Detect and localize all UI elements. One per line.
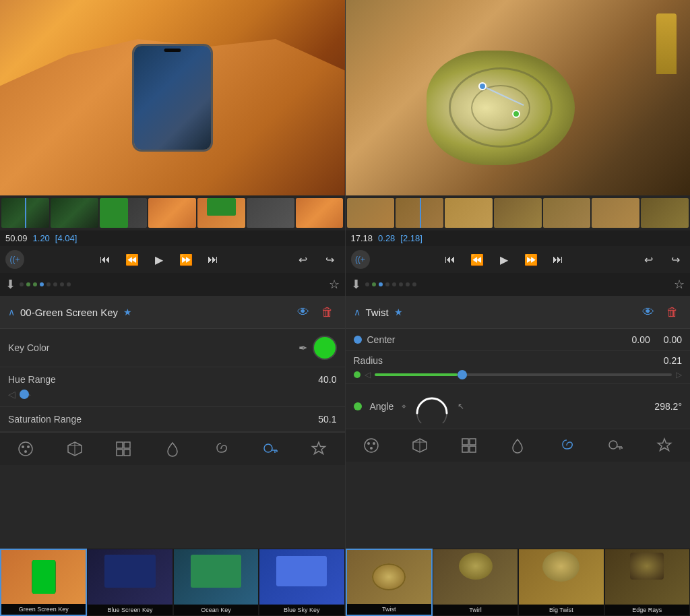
skip-back-button[interactable]: ⏮: [96, 250, 115, 269]
timeline-thumb[interactable]: [445, 198, 493, 228]
grid-tool-icon[interactable]: [113, 438, 134, 460]
left-timeline-strip[interactable]: [0, 195, 345, 230]
trash-icon[interactable]: 🗑: [318, 303, 337, 321]
cube-tool-icon[interactable]: [64, 438, 86, 460]
phone-thumb: [32, 560, 55, 594]
brass-object: [656, 13, 677, 74]
right-play-button[interactable]: ▶: [495, 250, 513, 269]
timeline-thumb[interactable]: [148, 198, 196, 228]
timeline-thumb[interactable]: [641, 198, 689, 228]
slider-left-arrow[interactable]: ◁: [8, 389, 15, 400]
svg-point-19: [373, 442, 375, 445]
preset-big-twist-thumb: [519, 549, 603, 605]
radius-right-arrow[interactable]: ▷: [676, 370, 682, 379]
key-tool-icon[interactable]: [259, 438, 281, 460]
radius-slider-thumb[interactable]: [458, 370, 467, 379]
svg-point-18: [367, 442, 370, 445]
preset-twist[interactable]: Twist: [346, 549, 433, 616]
timeline-thumb[interactable]: [592, 198, 639, 228]
redo-button[interactable]: ↪: [321, 250, 340, 269]
left-time-display: 50.09 1.20 [4.04]: [0, 230, 345, 246]
right-skip-back-button[interactable]: ⏮: [441, 250, 460, 269]
undo-button[interactable]: ↩: [294, 250, 313, 269]
star-tool-icon[interactable]: [308, 438, 330, 460]
radius-slider[interactable]: ◁ ▷: [354, 370, 683, 379]
right-skip-fwd-button[interactable]: ⏭: [548, 250, 567, 269]
svg-point-20: [370, 447, 373, 450]
eye-icon[interactable]: 👁: [294, 303, 313, 321]
right-cube-tool-icon[interactable]: [409, 435, 431, 456]
timeline-thumb[interactable]: [396, 198, 443, 228]
right-frame-fwd-button[interactable]: ⏩: [522, 250, 540, 269]
preset-big-twist[interactable]: Big Twist: [518, 549, 604, 616]
preset-twist-label: Twist: [347, 604, 431, 615]
radius-left-arrow[interactable]: ◁: [365, 370, 371, 379]
center-y-value: 0.00: [664, 334, 682, 345]
svg-rect-24: [462, 439, 468, 445]
timeline-thumb[interactable]: [247, 198, 294, 228]
add-button[interactable]: ((+: [5, 250, 24, 269]
preset-twist-thumb: [347, 550, 431, 604]
snail-shell: [427, 51, 575, 165]
frame-back-button[interactable]: ⏪: [123, 250, 142, 269]
radius-label-row: Radius 0.21: [354, 355, 683, 366]
left-effect-header: ∧ 00-Green Screen Key ★ 👁 🗑: [0, 296, 345, 329]
right-frame-back-button[interactable]: ⏪: [468, 250, 487, 269]
right-redo-button[interactable]: ↪: [666, 250, 685, 269]
preset-ocean-label: Ocean Key: [174, 605, 258, 615]
right-collapse-icon[interactable]: ∧: [354, 307, 360, 317]
hue-slider-thumb[interactable]: [20, 390, 29, 399]
skip-fwd-button[interactable]: ⏭: [203, 250, 222, 269]
frame-fwd-button[interactable]: ⏩: [177, 250, 195, 269]
play-button[interactable]: ▶: [150, 250, 168, 269]
shell-spiral-inner: [471, 85, 530, 131]
right-timeline-strip[interactable]: [346, 195, 691, 230]
preset-twirl-label: Twirl: [433, 605, 518, 615]
color-swatch[interactable]: [313, 336, 337, 360]
radius-dot: [354, 371, 360, 378]
preset-blue-screen-thumb: [88, 549, 172, 605]
preset-twirl[interactable]: Twirl: [433, 549, 518, 616]
right-bookmark-star-icon[interactable]: ☆: [674, 277, 685, 292]
timeline-thumb[interactable]: [347, 198, 395, 228]
timeline-thumb[interactable]: [543, 198, 591, 228]
preset-blue-screen[interactable]: Blue Screen Key: [87, 549, 172, 616]
right-undo-button[interactable]: ↩: [639, 250, 658, 269]
radius-slider-track[interactable]: [375, 373, 672, 376]
preset-ocean-key[interactable]: Ocean Key: [173, 549, 259, 616]
collapse-icon[interactable]: ∧: [8, 307, 15, 317]
eyedropper-icon[interactable]: ✒: [299, 342, 307, 355]
angle-arc: [412, 390, 452, 423]
right-trash-icon[interactable]: 🗑: [663, 303, 682, 321]
drop-tool-icon[interactable]: [162, 438, 183, 460]
timeline-thumb[interactable]: [100, 198, 148, 228]
right-eye-icon[interactable]: 👁: [639, 303, 658, 321]
timeline-thumb[interactable]: [494, 198, 542, 228]
timeline-thumb[interactable]: [197, 198, 245, 228]
svg-rect-8: [124, 442, 130, 448]
right-star-tool-icon[interactable]: [654, 435, 675, 456]
preset-blue-screen-label: Blue Screen Key: [88, 605, 172, 615]
spiral-tool-icon[interactable]: [210, 438, 232, 460]
right-download-icon[interactable]: ⬇: [351, 277, 361, 292]
preset-green-screen[interactable]: Green Screen Key: [0, 549, 87, 616]
right-grid-tool-icon[interactable]: [458, 435, 480, 456]
right-add-button[interactable]: ((+: [351, 250, 370, 269]
saturation-label: Saturation Range: [8, 414, 313, 425]
timeline-thumb[interactable]: [51, 198, 98, 228]
right-spiral-tool-icon[interactable]: [556, 435, 577, 456]
right-drop-tool-icon[interactable]: [507, 435, 528, 456]
download-icon[interactable]: ⬇: [5, 277, 15, 292]
right-transport-controls: ((+ ⏮ ⏪ ▶ ⏩ ⏭ ↩ ↪: [346, 246, 691, 273]
svg-rect-7: [117, 442, 123, 448]
preset-edge-rays[interactable]: Edge Rays: [604, 549, 690, 616]
timeline-thumb[interactable]: [1, 198, 49, 228]
bookmark-star-icon[interactable]: ☆: [329, 277, 340, 292]
hue-range-slider[interactable]: ◁ ▷: [8, 389, 31, 400]
palette-tool-icon[interactable]: [15, 438, 36, 460]
right-palette-tool-icon[interactable]: [360, 435, 382, 456]
left-progress-row: ⬇ ☆: [0, 273, 345, 296]
right-key-tool-icon[interactable]: [604, 435, 626, 456]
preset-blue-sky[interactable]: Blue Sky Key: [259, 549, 344, 616]
timeline-thumb[interactable]: [296, 198, 344, 228]
